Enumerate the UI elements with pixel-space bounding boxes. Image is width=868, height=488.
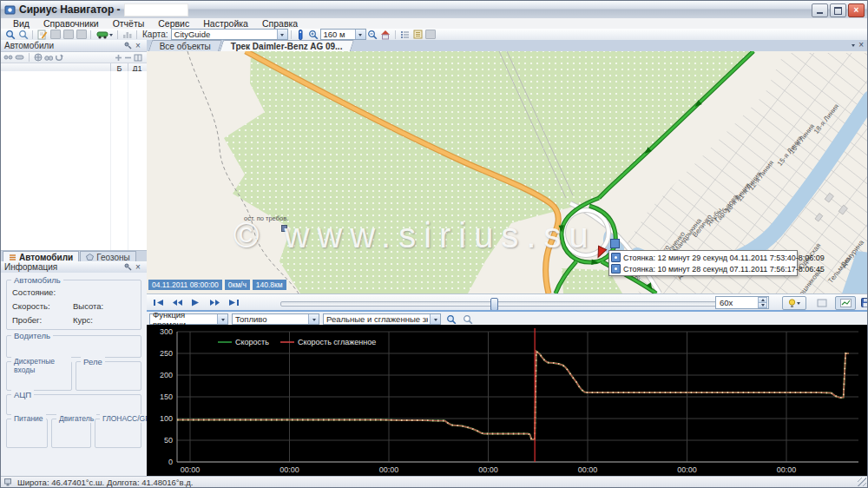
chart-parameter-arrow-icon[interactable] [308, 314, 319, 324]
course-label: Курс: [73, 315, 93, 325]
menu-item-2[interactable]: Отчёты [106, 18, 152, 29]
vehicles-panel-header: Автомобили × [1, 40, 147, 52]
status-bar: Широта: 46.47401°с.ш. Долгота: 41.48016°… [1, 476, 867, 487]
title-redaction [124, 3, 188, 16]
globe-icon[interactable] [34, 53, 43, 62]
svg-text:300: 300 [160, 327, 173, 336]
pin-icon[interactable] [122, 262, 133, 272]
map-viewport[interactable]: 18-я Линия16-я Линия15-я Линия12-я Линия… [147, 51, 868, 293]
vehicles-tab-icon [9, 254, 16, 260]
info-panel-body: Автомобиль Состояние: Скорость: Высота: … [1, 273, 147, 477]
map-work-area: Все объектыТрек Daimler-Benz AG 09... × [147, 40, 867, 477]
map-scale-select[interactable]: 160 м [320, 29, 366, 40]
zoom-in-icon[interactable] [307, 30, 320, 40]
zoom-out-icon[interactable] [366, 30, 379, 40]
svg-text:00:00: 00:00 [279, 465, 299, 474]
follow-icon[interactable] [15, 54, 24, 62]
legend-list-icon[interactable] [398, 30, 411, 40]
chart-mode-arrow-icon[interactable] [217, 314, 227, 324]
chart-values-arrow-icon[interactable] [430, 314, 440, 324]
speed-down-icon[interactable] [758, 302, 767, 308]
group-icon[interactable] [3, 54, 13, 62]
relay-group-label: Реле [81, 357, 105, 366]
close-panel-icon[interactable]: × [133, 262, 143, 272]
measure-icon[interactable] [62, 30, 75, 40]
vehicles-panel-title: Автомобили [4, 41, 54, 50]
chart-parameter-select[interactable]: Топливо [232, 313, 319, 325]
refresh-icon[interactable] [55, 53, 63, 62]
eraser-icon[interactable] [75, 30, 88, 40]
settings-icon[interactable] [424, 30, 437, 40]
track-search-icon[interactable] [3, 30, 16, 40]
mileage-label: Пробег: [12, 315, 42, 325]
menu-item-4[interactable]: Настройка [196, 18, 255, 29]
playback-slider[interactable] [280, 301, 747, 307]
vehicle-menu-icon[interactable] [94, 30, 115, 40]
remove-icon[interactable] [124, 54, 132, 62]
svg-text:00:00: 00:00 [379, 465, 399, 474]
chart-values-value: Реальные и сглаженные значени [326, 314, 428, 324]
info-panel-title: Информация [4, 262, 57, 272]
minimize-button[interactable] [812, 3, 828, 17]
close-button[interactable]: × [848, 3, 865, 17]
play-button[interactable] [188, 297, 202, 308]
window-titlebar: Сириус Навигатор - × [1, 1, 867, 19]
rewind-button[interactable] [170, 297, 184, 308]
tab-list-dropdown-icon[interactable] [852, 44, 855, 49]
speed-chart[interactable]: 05010015020025030000:0000:0000:0000:0000… [147, 325, 867, 476]
map-tab-1[interactable]: Трек Daimler-Benz AG 09... [220, 40, 354, 51]
info-panel-header: Информация × [1, 261, 147, 274]
glonass-group: ГЛОНАСС/GPS [95, 419, 141, 448]
chart-mode-select[interactable]: Функция времени [149, 313, 228, 325]
fast-forward-button[interactable] [207, 297, 221, 308]
playback-slider-thumb[interactable] [490, 298, 498, 311]
playback-speed-spinner[interactable]: 60x [715, 296, 769, 309]
chart-zoom-in-icon[interactable] [444, 314, 457, 325]
save-button[interactable] [858, 297, 868, 308]
app-window: Сириус Навигатор - × ВидСправочникиОтчёт… [0, 0, 868, 488]
map-select-label: Карта: [142, 30, 168, 39]
map-mode-button[interactable] [815, 297, 829, 308]
tab-geozones-label: Геозоны [96, 253, 130, 262]
skip-start-button[interactable] [151, 297, 165, 308]
add-icon[interactable] [115, 54, 122, 62]
driver-group: Водитель [6, 335, 141, 358]
edit-track-icon[interactable] [36, 30, 49, 40]
map-scale-arrow-icon[interactable] [355, 30, 365, 39]
close-panel-icon[interactable]: × [133, 41, 143, 50]
marker-tool-icon[interactable] [294, 30, 307, 40]
dock-tab-strip: Автомобили Геозоны [1, 250, 147, 262]
pin-icon[interactable] [122, 41, 133, 50]
chart-zoom-out-icon[interactable] [461, 314, 474, 325]
menu-item-5[interactable]: Справка [255, 18, 305, 29]
adc-group-label: АЦП [11, 390, 34, 399]
chart-values-select[interactable]: Реальные и сглаженные значени [323, 313, 441, 325]
height-label: Высота: [73, 301, 103, 311]
show-chart-button[interactable] [835, 296, 856, 310]
map-select[interactable]: CityGuide [171, 29, 288, 40]
driver-group-label: Водитель [11, 331, 53, 340]
chart-toggle-icon[interactable] [121, 30, 134, 40]
home-view-icon[interactable] [379, 30, 392, 40]
zoom-window-icon[interactable] [16, 30, 30, 40]
svg-text:00:00: 00:00 [181, 465, 201, 474]
adc-group: АЦП [6, 394, 141, 415]
columns-icon[interactable] [134, 54, 144, 62]
map-tab-0[interactable]: Все объекты [148, 40, 222, 51]
maximize-button[interactable] [830, 3, 846, 17]
tab-close-icon[interactable]: × [858, 41, 864, 49]
route-icon[interactable] [49, 30, 62, 40]
coordinates-text: Широта: 46.47401°с.ш. Долгота: 41.48016°… [17, 478, 193, 487]
map-canvas [147, 51, 868, 293]
resize-grip[interactable] [858, 478, 866, 486]
skip-end-button[interactable] [227, 297, 240, 308]
svg-text:00:00: 00:00 [478, 465, 498, 474]
binoculars-icon[interactable] [44, 54, 53, 62]
map-select-arrow-icon[interactable] [277, 30, 287, 39]
menu-item-0[interactable]: Вид [6, 18, 36, 29]
vehicles-list[interactable] [1, 71, 147, 250]
menu-item-1[interactable]: Справочники [36, 18, 106, 29]
highlight-stops-button[interactable] [782, 296, 806, 310]
menu-item-3[interactable]: Сервис [151, 18, 196, 29]
journal-icon[interactable] [411, 30, 424, 40]
